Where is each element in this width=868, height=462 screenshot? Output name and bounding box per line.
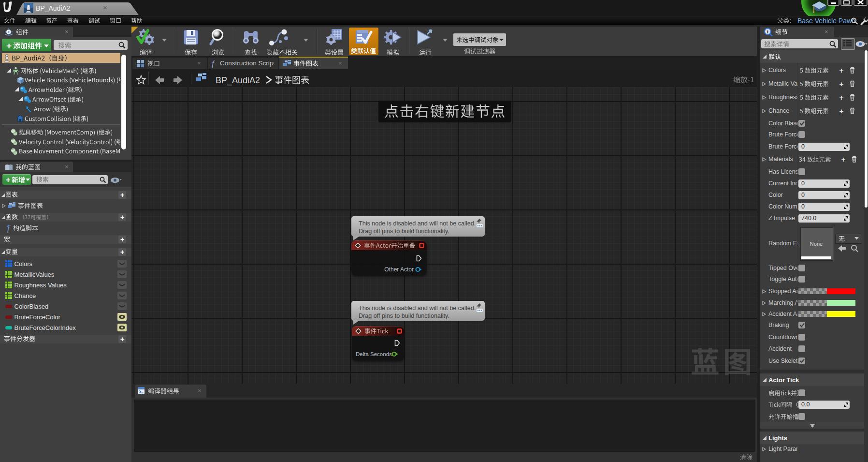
svg-text:i: i — [767, 29, 768, 34]
